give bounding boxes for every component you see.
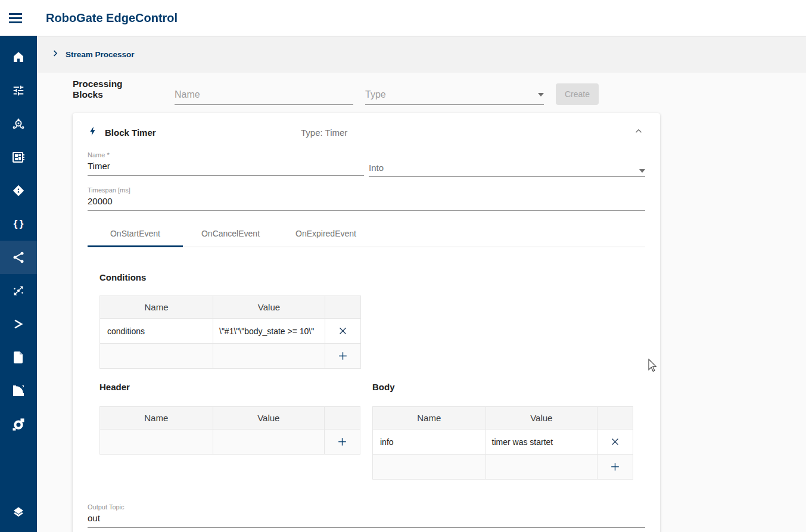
tab-onexpiredevent[interactable]: OnExpiredEvent bbox=[278, 220, 374, 247]
condition-action-cell bbox=[325, 319, 361, 344]
empty-name-cell bbox=[100, 430, 213, 455]
condition-value-cell: \"#1\"\"body_state >= 10\" bbox=[213, 319, 325, 344]
sidebar-item-tune[interactable] bbox=[0, 74, 37, 107]
block-card: Block Timer Type: Timer Name * Into Time… bbox=[73, 113, 660, 532]
add-action-cell bbox=[325, 344, 361, 369]
output-topic-label: Output Topic bbox=[88, 503, 645, 511]
empty-name-cell bbox=[100, 344, 213, 369]
layers-icon bbox=[11, 505, 26, 519]
add-row-button[interactable] bbox=[334, 433, 351, 451]
block-name-field: Name * bbox=[88, 151, 364, 177]
sidebar-item-signal[interactable] bbox=[0, 374, 37, 407]
terminal-icon bbox=[11, 317, 26, 331]
sidebar-item-braces[interactable]: { } bbox=[0, 207, 37, 241]
body-name-cell: info bbox=[373, 430, 486, 455]
tab-onstartevent[interactable]: OnStartEvent bbox=[88, 220, 183, 247]
table-row-empty bbox=[373, 455, 633, 480]
column-header-name: Name bbox=[100, 407, 213, 430]
timespan-field: Timespan [ms] bbox=[88, 186, 645, 211]
column-header-value: Value bbox=[213, 407, 325, 430]
app-header: RoboGate EdgeControl bbox=[0, 0, 806, 36]
body-title: Body bbox=[372, 382, 633, 392]
breadcrumb-link[interactable]: Stream Processor bbox=[66, 50, 135, 59]
timespan-input[interactable] bbox=[88, 196, 645, 206]
new-block-name-input[interactable] bbox=[175, 89, 353, 100]
block-header-left: Block Timer bbox=[88, 124, 301, 141]
tune-icon bbox=[12, 84, 25, 97]
conditions-title: Conditions bbox=[99, 272, 645, 282]
table-row: conditions \"#1\"\"body_state >= 10\" bbox=[100, 319, 361, 344]
empty-value-cell bbox=[486, 455, 598, 480]
timespan-label: Timespan [ms] bbox=[88, 186, 645, 194]
sidebar-item-layers[interactable] bbox=[0, 495, 37, 528]
block-name-input-wrap bbox=[88, 161, 364, 176]
breadcrumb: Stream Processor bbox=[37, 36, 806, 73]
sidebar-item-dice[interactable] bbox=[0, 174, 37, 207]
collapse-button[interactable] bbox=[633, 126, 644, 139]
name-into-row: Name * Into bbox=[88, 151, 645, 177]
sidebar-item-share[interactable] bbox=[0, 241, 37, 274]
empty-value-cell bbox=[213, 344, 325, 369]
empty-name-cell bbox=[373, 455, 486, 480]
table-header-row: Name Value bbox=[100, 296, 361, 319]
column-header-action bbox=[325, 407, 360, 430]
column-header-name: Name bbox=[100, 296, 213, 319]
conditions-table: Name Value conditions \"#1\"\"body_state… bbox=[99, 295, 361, 369]
add-row-button[interactable] bbox=[606, 458, 624, 476]
column-header-name: Name bbox=[373, 407, 486, 430]
remove-row-button[interactable] bbox=[606, 433, 624, 451]
column-header-action bbox=[598, 407, 633, 430]
swirl-icon bbox=[11, 416, 26, 432]
share-icon bbox=[11, 250, 26, 265]
dropdown-arrow-icon bbox=[639, 169, 645, 173]
into-select-value: Into bbox=[369, 163, 384, 173]
into-field: Into bbox=[369, 151, 645, 177]
menu-icon[interactable] bbox=[9, 10, 24, 26]
header-table: Name Value bbox=[99, 406, 360, 455]
header-section: Header Name Value bbox=[99, 382, 360, 480]
tab-panel-onstartevent: Conditions Name Value conditions \"#1\"\… bbox=[88, 272, 645, 480]
block-name-label: Name * bbox=[88, 151, 364, 158]
empty-value-cell bbox=[213, 430, 325, 455]
tab-oncancelevent[interactable]: OnCancelEvent bbox=[183, 220, 278, 247]
home-icon bbox=[11, 50, 26, 64]
table-row-empty bbox=[100, 430, 360, 455]
create-button[interactable]: Create bbox=[556, 83, 599, 105]
new-block-name-field[interactable] bbox=[175, 89, 353, 105]
sidebar-item-terminal[interactable] bbox=[0, 307, 37, 341]
sidebar-item-developer-board[interactable] bbox=[0, 141, 37, 174]
block-name-input[interactable] bbox=[88, 161, 364, 171]
app-title: RoboGate EdgeControl bbox=[46, 11, 178, 25]
header-body-row: Header Name Value bbox=[99, 382, 645, 480]
add-action-cell bbox=[598, 455, 633, 480]
dice-icon bbox=[11, 183, 26, 198]
braces-icon: { } bbox=[14, 218, 24, 230]
sidebar-item-home[interactable] bbox=[0, 41, 37, 74]
sidebar-item-hub[interactable] bbox=[0, 274, 37, 307]
output-topic-field: Output Topic bbox=[88, 503, 645, 528]
remove-row-button[interactable] bbox=[334, 322, 352, 340]
block-header[interactable]: Block Timer Type: Timer bbox=[88, 122, 645, 143]
dropdown-arrow-icon bbox=[538, 93, 544, 97]
block-type-label: Type: Timer bbox=[301, 127, 633, 138]
developer-board-icon bbox=[11, 150, 26, 164]
table-row-empty bbox=[100, 344, 361, 369]
sidebar-item-swirl[interactable] bbox=[0, 407, 37, 441]
timespan-input-wrap bbox=[88, 196, 645, 211]
output-topic-input-wrap bbox=[88, 513, 645, 528]
into-select[interactable]: Into bbox=[369, 163, 645, 177]
new-block-type-select[interactable]: Type bbox=[365, 89, 544, 105]
page-title: Processing Blocks bbox=[73, 79, 153, 105]
chevron-right-icon bbox=[51, 49, 60, 60]
table-header-row: Name Value bbox=[100, 407, 360, 430]
sidebar-item-robot[interactable] bbox=[0, 107, 37, 141]
add-row-button[interactable] bbox=[334, 347, 352, 365]
sidebar-spacer bbox=[0, 441, 37, 495]
column-header-action bbox=[325, 296, 361, 319]
signal-icon bbox=[11, 384, 26, 398]
output-topic-input[interactable] bbox=[88, 513, 645, 523]
sidebar-item-file[interactable] bbox=[0, 341, 37, 374]
new-block-type-value: Type bbox=[365, 89, 386, 100]
sidebar: { } bbox=[0, 36, 37, 532]
body-table: Name Value info timer was startet bbox=[372, 406, 633, 480]
